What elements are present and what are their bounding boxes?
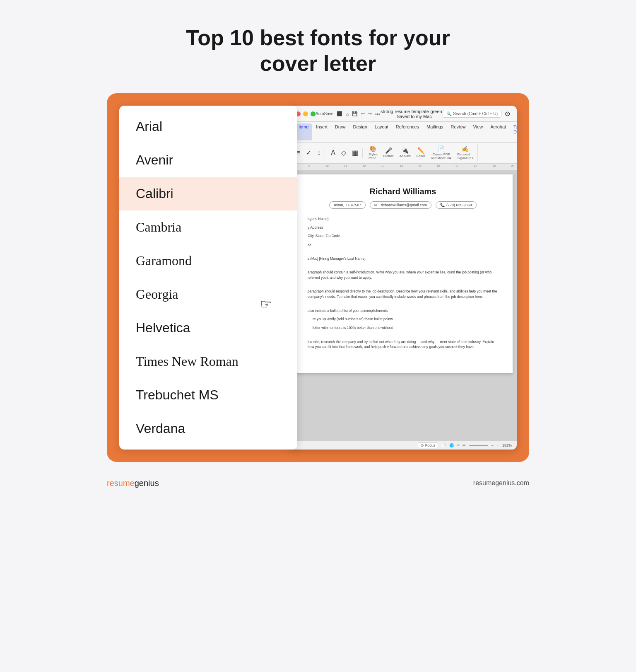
toolbar: ≡ ✓ ↕ A ◇ ▦ 🎨 StylesPane 🎤 Dictate	[289, 143, 517, 164]
font-item-cambria[interactable]: Cambria	[119, 210, 297, 244]
undo-icon: ↩	[361, 111, 365, 116]
toolbar-group-2: A ◇ ▦	[327, 148, 363, 158]
doc-person-name: Richard Williams	[308, 187, 498, 196]
title-line2: cover letter	[260, 51, 376, 75]
toolbar-btn-check[interactable]: ✓	[304, 148, 314, 158]
zoom-level: 182%	[502, 443, 512, 447]
more-icon: •••	[375, 111, 380, 116]
doc-line-5: s./Mx.] [Hiring Manager's Last Name],	[308, 256, 498, 261]
focus-label: Focus	[425, 443, 436, 447]
title-line1: Top 10 best fonts for your	[186, 26, 450, 50]
font-list-panel: Arial Avenir Calibri Cambria Garamond Ge…	[119, 106, 297, 450]
globe-icon: 🌐	[449, 443, 454, 447]
footer: resumegenius resumegenius.com	[107, 462, 529, 500]
doc-body: nger's Name] y Address City, State, Zip …	[308, 216, 498, 350]
brand-resume: resume	[107, 479, 135, 488]
traffic-lights	[296, 111, 316, 116]
menu-design[interactable]: Design	[350, 123, 371, 140]
doc-bullet-2: letter with numbers is 100% better than …	[313, 325, 498, 331]
save-icon: 💾	[352, 111, 358, 116]
page-title-section: Top 10 best fonts for your cover letter	[178, 0, 458, 93]
toolbar-btn-shading[interactable]: ◇	[339, 148, 349, 158]
email-icon: ✉	[374, 203, 378, 207]
doc-paragraph-3: tra mile, research the company and try t…	[308, 339, 498, 350]
contact-address: uston, TX 47587	[329, 201, 366, 209]
menu-mailings[interactable]: Mailings	[423, 123, 446, 140]
ruler: 891011121314151617181920	[289, 164, 517, 170]
menu-draw[interactable]: Draw	[332, 123, 349, 140]
zoom-plus[interactable]: +	[497, 443, 499, 447]
page-title: Top 10 best fonts for your cover letter	[186, 25, 450, 77]
status-bar: ⊙ Focus 📄 🌐 ≡ ✏ ————— − + 182%	[289, 441, 517, 450]
title-bar-controls: AutoSave ⬛ ⌂ 💾 ↩ ↪ •••	[316, 111, 380, 116]
toolbar-btn-borders[interactable]: ▦	[349, 148, 361, 158]
menu-review[interactable]: Review	[447, 123, 469, 140]
home-icon: ⌂	[346, 111, 349, 116]
font-item-garamond[interactable]: Garamond	[119, 244, 297, 278]
focus-icon: ⊙	[421, 443, 424, 447]
filename: strong-resume-template-green — Saved to …	[380, 109, 443, 119]
toggle-icon: ⬛	[337, 111, 342, 116]
toolbar-btn-editor[interactable]: ✏️ Editor	[414, 146, 428, 160]
main-card: Arial Avenir Calibri Cambria Garamond Ge…	[107, 93, 529, 462]
focus-button[interactable]: ⊙ Focus	[418, 442, 438, 448]
doc-bullet-intro: also include a bulleted list of your acc…	[308, 308, 498, 314]
doc-contact: uston, TX 47587 ✉ RichardWilliams@gmail.…	[308, 201, 498, 209]
font-item-calibri[interactable]: Calibri	[119, 177, 297, 210]
edit-icon: ✏	[463, 443, 466, 447]
toolbar-btn-sort[interactable]: ↕	[315, 148, 323, 158]
footer-brand: resumegenius	[107, 479, 159, 488]
menu-table-design[interactable]: Table Design	[510, 123, 517, 140]
traffic-light-yellow[interactable]	[303, 111, 308, 116]
menu-references[interactable]: References	[393, 123, 422, 140]
phone-icon: 📞	[440, 203, 445, 207]
menu-acrobat[interactable]: Acrobat	[487, 123, 509, 140]
font-item-times[interactable]: Times New Roman	[119, 345, 297, 378]
toolbar-btn-signatures[interactable]: ✍ RequestSignatures	[455, 144, 476, 162]
font-item-georgia[interactable]: Georgia	[119, 278, 297, 311]
search-icon: 🔍	[446, 111, 451, 116]
contact-email: ✉ RichardWilliams@gmail.com	[370, 201, 431, 209]
doc-line-4: xx	[308, 242, 498, 247]
doc-line-1: nger's Name]	[308, 216, 498, 222]
share-circle-icon: ⊙	[505, 110, 510, 118]
font-item-trebuchet[interactable]: Trebuchet MS	[119, 378, 297, 412]
doc-line-3: City, State, Zip Code	[308, 233, 498, 239]
doc-line-2: y Address	[308, 225, 498, 230]
zoom-minus[interactable]: −	[491, 443, 493, 447]
brand-genius: genius	[135, 479, 159, 488]
menu-bar: Home Insert Draw Design Layout Reference…	[289, 122, 517, 143]
font-item-helvetica[interactable]: Helvetica	[119, 311, 297, 345]
menu-view[interactable]: View	[470, 123, 487, 140]
font-item-avenir[interactable]: Avenir	[119, 143, 297, 177]
toolbar-btn-styles[interactable]: 🎨 StylesPane	[366, 144, 380, 162]
toolbar-group-3: 🎨 StylesPane 🎤 Dictate 🔌 Add-ins ✏️ Edit…	[364, 144, 478, 162]
doc-paragraph-1: aragraph should contain a self-introduct…	[308, 270, 498, 280]
title-bar: AutoSave ⬛ ⌂ 💾 ↩ ↪ ••• strong-resume-tem…	[289, 106, 517, 122]
font-item-arial[interactable]: Arial	[119, 110, 297, 143]
list-icon: ≡	[457, 443, 459, 447]
zoom-bar: —————	[469, 443, 488, 447]
title-bar-top: AutoSave ⬛ ⌂ 💾 ↩ ↪ ••• strong-resume-tem…	[296, 109, 510, 119]
toolbar-btn-createpdf[interactable]: 📄 Create PDFand share link	[429, 144, 454, 162]
menu-insert[interactable]: Insert	[313, 123, 331, 140]
footer-url: resumegenius.com	[473, 479, 529, 487]
doc-bullet-1: re you quantify (add numbers to) these b…	[313, 317, 498, 322]
menu-layout[interactable]: Layout	[371, 123, 392, 140]
traffic-light-green[interactable]	[311, 111, 316, 116]
search-box[interactable]: 🔍 Search (Cmd + Ctrl + U)	[443, 110, 501, 118]
contact-phone: 📞 (770) 625-9669	[436, 201, 477, 209]
toolbar-btn-dictate[interactable]: 🎤 Dictate	[381, 146, 396, 160]
title-right: 🔍 Search (Cmd + Ctrl + U) ⊙	[443, 110, 510, 118]
search-placeholder: Search (Cmd + Ctrl + U)	[453, 111, 498, 116]
doc-icon: 📄	[441, 443, 446, 447]
doc-content: Richard Williams uston, TX 47587 ✉ Richa…	[289, 170, 517, 441]
redo-icon: ↪	[368, 111, 372, 116]
toolbar-btn-font-color[interactable]: A	[328, 148, 338, 158]
doc-page: Richard Williams uston, TX 47587 ✉ Richa…	[293, 174, 513, 373]
toolbar-btn-addins[interactable]: 🔌 Add-ins	[397, 146, 413, 160]
word-window: AutoSave ⬛ ⌂ 💾 ↩ ↪ ••• strong-resume-tem…	[289, 106, 517, 450]
doc-paragraph-2: paragraph should respond directly to the…	[308, 289, 498, 300]
autosave-label: AutoSave	[316, 111, 333, 116]
font-item-verdana[interactable]: Verdana	[119, 412, 297, 445]
